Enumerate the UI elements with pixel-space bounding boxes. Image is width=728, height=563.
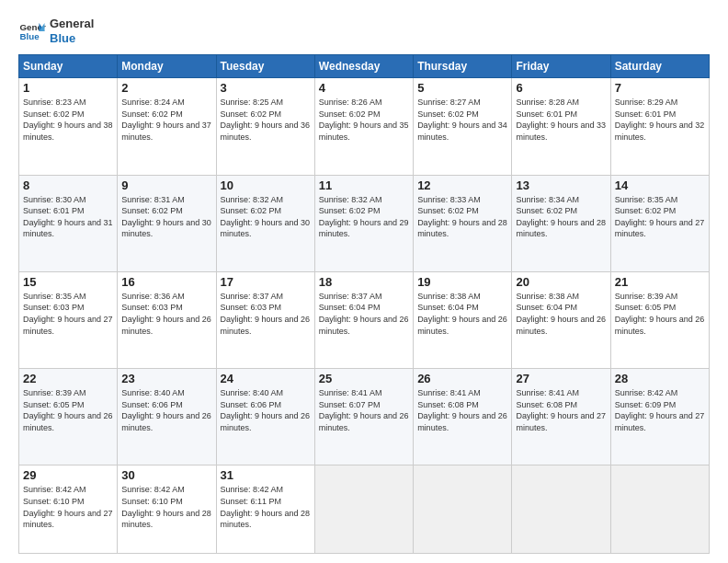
logo-text-blue: Blue (50, 31, 94, 46)
day-number: 11 (319, 178, 409, 192)
calendar-cell: 13Sunrise: 8:34 AM Sunset: 6:02 PM Dayli… (512, 175, 610, 271)
weekday-header-saturday: Saturday (610, 55, 709, 78)
calendar-table: SundayMondayTuesdayWednesdayThursdayFrid… (18, 54, 710, 554)
weekday-header-tuesday: Tuesday (216, 55, 314, 78)
day-number: 1 (23, 81, 113, 95)
day-info: Sunrise: 8:34 AM Sunset: 6:02 PM Dayligh… (516, 194, 606, 240)
weekday-header-row: SundayMondayTuesdayWednesdayThursdayFrid… (19, 55, 710, 78)
day-number: 16 (121, 275, 211, 289)
day-info: Sunrise: 8:35 AM Sunset: 6:03 PM Dayligh… (23, 291, 113, 337)
day-number: 21 (615, 275, 705, 289)
day-info: Sunrise: 8:42 AM Sunset: 6:11 PM Dayligh… (221, 484, 311, 530)
page-header: General Blue General Blue (18, 17, 710, 45)
day-info: Sunrise: 8:28 AM Sunset: 6:01 PM Dayligh… (516, 97, 606, 143)
calendar-cell: 10Sunrise: 8:32 AM Sunset: 6:02 PM Dayli… (216, 175, 314, 271)
day-info: Sunrise: 8:31 AM Sunset: 6:02 PM Dayligh… (121, 194, 211, 240)
day-number: 15 (23, 275, 113, 289)
calendar-week-row: 8Sunrise: 8:30 AM Sunset: 6:01 PM Daylig… (19, 175, 710, 271)
day-number: 30 (121, 468, 211, 482)
logo-text-general: General (50, 17, 94, 31)
day-number: 26 (417, 372, 507, 385)
weekday-header-wednesday: Wednesday (314, 55, 413, 78)
day-info: Sunrise: 8:42 AM Sunset: 6:09 PM Dayligh… (615, 387, 705, 433)
calendar-cell: 28Sunrise: 8:42 AM Sunset: 6:09 PM Dayli… (610, 369, 709, 465)
day-info: Sunrise: 8:42 AM Sunset: 6:10 PM Dayligh… (23, 484, 113, 530)
calendar-week-row: 22Sunrise: 8:39 AM Sunset: 6:05 PM Dayli… (19, 369, 710, 465)
day-info: Sunrise: 8:33 AM Sunset: 6:02 PM Dayligh… (417, 194, 507, 240)
day-number: 6 (516, 81, 606, 95)
calendar-cell: 19Sunrise: 8:38 AM Sunset: 6:04 PM Dayli… (414, 271, 512, 368)
calendar-cell: 12Sunrise: 8:33 AM Sunset: 6:02 PM Dayli… (414, 175, 512, 271)
calendar-cell: 20Sunrise: 8:38 AM Sunset: 6:04 PM Dayli… (512, 271, 610, 368)
day-info: Sunrise: 8:26 AM Sunset: 6:02 PM Dayligh… (319, 97, 409, 143)
day-number: 31 (221, 468, 311, 482)
calendar-cell: 25Sunrise: 8:41 AM Sunset: 6:07 PM Dayli… (314, 369, 413, 465)
day-info: Sunrise: 8:39 AM Sunset: 6:05 PM Dayligh… (23, 387, 113, 433)
day-info: Sunrise: 8:27 AM Sunset: 6:02 PM Dayligh… (417, 97, 507, 143)
calendar-page: General Blue General Blue SundayMondayTu… (0, 0, 728, 563)
weekday-header-monday: Monday (118, 55, 216, 78)
day-number: 10 (221, 178, 311, 192)
calendar-cell: 18Sunrise: 8:37 AM Sunset: 6:04 PM Dayli… (314, 271, 413, 368)
calendar-body: 1Sunrise: 8:23 AM Sunset: 6:02 PM Daylig… (19, 78, 710, 554)
calendar-cell: 4Sunrise: 8:26 AM Sunset: 6:02 PM Daylig… (314, 78, 413, 175)
calendar-cell (314, 465, 413, 554)
day-info: Sunrise: 8:32 AM Sunset: 6:02 PM Dayligh… (319, 194, 409, 240)
day-number: 8 (23, 178, 113, 192)
calendar-cell: 30Sunrise: 8:42 AM Sunset: 6:10 PM Dayli… (118, 465, 216, 554)
day-info: Sunrise: 8:37 AM Sunset: 6:03 PM Dayligh… (221, 291, 311, 337)
calendar-week-row: 15Sunrise: 8:35 AM Sunset: 6:03 PM Dayli… (19, 271, 710, 368)
day-number: 19 (417, 275, 507, 289)
day-info: Sunrise: 8:40 AM Sunset: 6:06 PM Dayligh… (221, 387, 311, 433)
calendar-cell: 24Sunrise: 8:40 AM Sunset: 6:06 PM Dayli… (216, 369, 314, 465)
day-number: 27 (516, 372, 606, 385)
calendar-cell: 17Sunrise: 8:37 AM Sunset: 6:03 PM Dayli… (216, 271, 314, 368)
day-info: Sunrise: 8:30 AM Sunset: 6:01 PM Dayligh… (23, 194, 113, 240)
day-number: 18 (319, 275, 409, 289)
day-info: Sunrise: 8:25 AM Sunset: 6:02 PM Dayligh… (221, 97, 311, 143)
logo: General Blue General Blue (18, 17, 94, 45)
day-number: 12 (417, 178, 507, 192)
day-info: Sunrise: 8:35 AM Sunset: 6:02 PM Dayligh… (615, 194, 705, 240)
weekday-header-friday: Friday (512, 55, 610, 78)
day-info: Sunrise: 8:38 AM Sunset: 6:04 PM Dayligh… (417, 291, 507, 337)
calendar-cell (512, 465, 610, 554)
day-number: 28 (615, 372, 705, 385)
calendar-cell: 31Sunrise: 8:42 AM Sunset: 6:11 PM Dayli… (216, 465, 314, 554)
weekday-header-sunday: Sunday (19, 55, 118, 78)
logo-icon: General Blue (18, 17, 46, 45)
day-info: Sunrise: 8:24 AM Sunset: 6:02 PM Dayligh… (121, 97, 211, 143)
day-number: 22 (23, 372, 113, 385)
calendar-cell: 15Sunrise: 8:35 AM Sunset: 6:03 PM Dayli… (19, 271, 118, 368)
calendar-cell: 16Sunrise: 8:36 AM Sunset: 6:03 PM Dayli… (118, 271, 216, 368)
calendar-week-row: 29Sunrise: 8:42 AM Sunset: 6:10 PM Dayli… (19, 465, 710, 554)
calendar-week-row: 1Sunrise: 8:23 AM Sunset: 6:02 PM Daylig… (19, 78, 710, 175)
day-info: Sunrise: 8:23 AM Sunset: 6:02 PM Dayligh… (23, 97, 113, 143)
day-info: Sunrise: 8:39 AM Sunset: 6:05 PM Dayligh… (615, 291, 705, 337)
calendar-cell: 3Sunrise: 8:25 AM Sunset: 6:02 PM Daylig… (216, 78, 314, 175)
calendar-cell: 9Sunrise: 8:31 AM Sunset: 6:02 PM Daylig… (118, 175, 216, 271)
day-number: 20 (516, 275, 606, 289)
day-number: 7 (615, 81, 705, 95)
calendar-cell: 27Sunrise: 8:41 AM Sunset: 6:08 PM Dayli… (512, 369, 610, 465)
day-info: Sunrise: 8:41 AM Sunset: 6:08 PM Dayligh… (516, 387, 606, 433)
day-number: 4 (319, 81, 409, 95)
calendar-cell: 23Sunrise: 8:40 AM Sunset: 6:06 PM Dayli… (118, 369, 216, 465)
calendar-cell: 8Sunrise: 8:30 AM Sunset: 6:01 PM Daylig… (19, 175, 118, 271)
day-info: Sunrise: 8:38 AM Sunset: 6:04 PM Dayligh… (516, 291, 606, 337)
calendar-cell (414, 465, 512, 554)
calendar-cell: 22Sunrise: 8:39 AM Sunset: 6:05 PM Dayli… (19, 369, 118, 465)
calendar-cell: 7Sunrise: 8:29 AM Sunset: 6:01 PM Daylig… (610, 78, 709, 175)
day-info: Sunrise: 8:42 AM Sunset: 6:10 PM Dayligh… (121, 484, 211, 530)
day-info: Sunrise: 8:36 AM Sunset: 6:03 PM Dayligh… (121, 291, 211, 337)
day-info: Sunrise: 8:41 AM Sunset: 6:07 PM Dayligh… (319, 387, 409, 433)
weekday-header-thursday: Thursday (414, 55, 512, 78)
calendar-cell: 29Sunrise: 8:42 AM Sunset: 6:10 PM Dayli… (19, 465, 118, 554)
svg-text:Blue: Blue (20, 31, 40, 41)
day-number: 5 (417, 81, 507, 95)
day-number: 24 (221, 372, 311, 385)
calendar-cell: 14Sunrise: 8:35 AM Sunset: 6:02 PM Dayli… (610, 175, 709, 271)
calendar-cell: 2Sunrise: 8:24 AM Sunset: 6:02 PM Daylig… (118, 78, 216, 175)
calendar-cell: 11Sunrise: 8:32 AM Sunset: 6:02 PM Dayli… (314, 175, 413, 271)
day-info: Sunrise: 8:37 AM Sunset: 6:04 PM Dayligh… (319, 291, 409, 337)
